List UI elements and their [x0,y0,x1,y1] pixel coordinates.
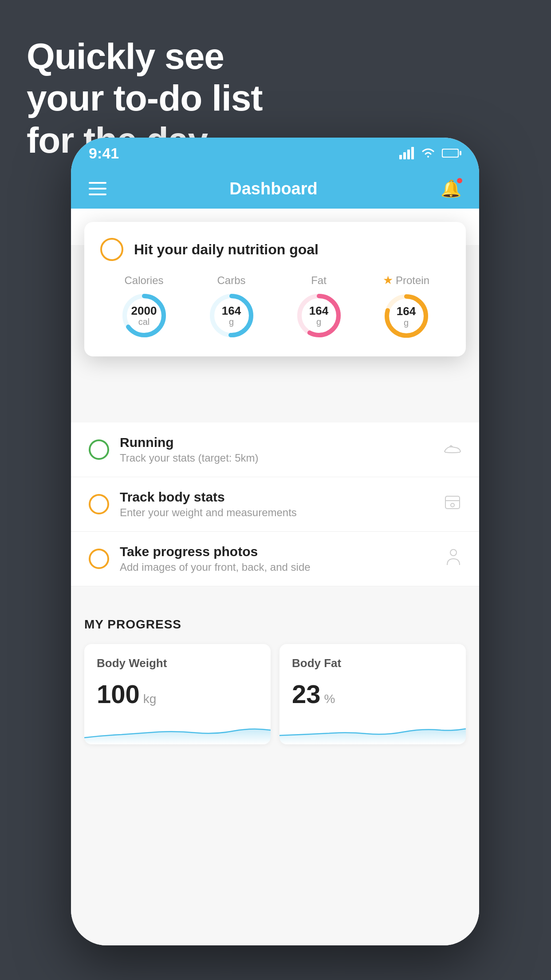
todo-running-title: Running [120,435,433,450]
body-weight-unit: kg [143,692,157,706]
macro-carbs: Carbs 164 g [207,274,256,340]
todo-body-stats-sub: Enter your weight and measurements [120,506,433,519]
star-icon: ★ [383,273,393,287]
svg-rect-5 [460,151,461,155]
todo-item-body-stats[interactable]: Track body stats Enter your weight and m… [71,477,479,532]
body-fat-value: 23 [292,679,321,709]
body-fat-title: Body Fat [292,656,453,670]
svg-rect-3 [411,147,414,159]
macro-fat: Fat 164 g [295,274,343,340]
fat-ring: 164 g [295,291,343,340]
macro-fat-label: Fat [311,274,327,287]
header-title: Dashboard [229,179,317,198]
todo-item-photos[interactable]: Take progress photos Add images of your … [71,532,479,586]
todo-list: Running Track your stats (target: 5km) T… [71,423,479,586]
signal-icon [399,147,414,159]
menu-button[interactable] [89,182,106,195]
todo-circle-photos [89,549,109,569]
person-icon [445,548,461,569]
nutrition-card-title: Hit your daily nutrition goal [134,241,319,258]
svg-rect-0 [399,155,402,159]
app-content: THINGS TO DO TODAY Hit your daily nutrit… [71,209,479,945]
todo-item-running[interactable]: Running Track your stats (target: 5km) [71,423,479,477]
svg-rect-1 [403,152,406,159]
nutrition-card: Hit your daily nutrition goal Calories 2… [84,222,466,356]
todo-circle-body-stats [89,494,109,514]
todo-circle-running [89,439,109,460]
progress-card-fat[interactable]: Body Fat 23 % [279,644,466,744]
headline-line2: your to-do list [27,77,263,119]
macro-carbs-label: Carbs [217,274,245,287]
body-weight-value: 100 [97,679,140,709]
body-weight-value-row: 100 kg [97,679,258,709]
svg-rect-2 [407,150,410,159]
todo-photos-sub: Add images of your front, back, and side [120,561,435,573]
bell-button[interactable]: 🔔 [441,179,461,198]
progress-card-weight[interactable]: Body Weight 100 kg [84,644,271,744]
scale-icon [444,494,461,514]
carbs-ring: 164 g [207,291,256,340]
status-bar: 9:41 [71,138,479,169]
svg-point-17 [451,503,454,507]
macro-calories: Calories 2000 cal [120,274,169,340]
macro-protein: ★ Protein 164 g [382,273,431,340]
headline-line1: Quickly see [27,36,263,77]
svg-point-18 [450,549,457,556]
body-fat-unit: % [324,692,335,706]
macro-calories-label: Calories [124,274,163,287]
protein-ring: 164 g [382,292,431,340]
status-icons [399,147,461,159]
macro-circles: Calories 2000 cal Carbs [100,273,450,340]
notification-dot [456,177,463,184]
progress-cards: Body Weight 100 kg [84,644,466,744]
todo-body-stats-title: Track body stats [120,490,433,505]
body-weight-chart [84,718,271,744]
calories-ring: 2000 cal [120,291,169,340]
task-circle-nutrition[interactable] [100,238,123,261]
phone-frame: 9:41 [71,138,479,945]
wifi-icon [421,147,436,159]
app-header: Dashboard 🔔 [71,169,479,209]
macro-protein-label: ★ Protein [383,273,429,287]
todo-running-sub: Track your stats (target: 5km) [120,452,433,464]
svg-rect-6 [443,150,458,157]
status-time: 9:41 [89,145,119,162]
body-fat-value-row: 23 % [292,679,453,709]
shoe-icon [444,441,461,458]
todo-photos-title: Take progress photos [120,544,435,559]
body-weight-title: Body Weight [97,656,258,670]
body-fat-chart [279,718,466,744]
progress-section-title: MY PROGRESS [84,617,466,632]
progress-section: MY PROGRESS Body Weight 100 kg [71,600,479,758]
battery-icon [442,148,461,158]
nutrition-card-header: Hit your daily nutrition goal [100,238,450,261]
